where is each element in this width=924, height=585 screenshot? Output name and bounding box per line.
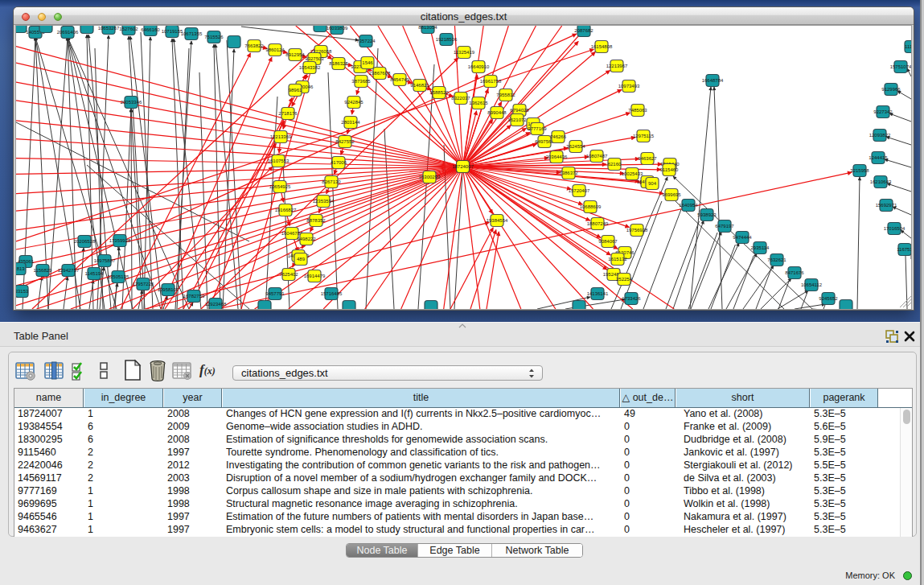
svg-text:17957225: 17957225 (133, 282, 154, 286)
svg-text:16648784: 16648784 (702, 78, 724, 83)
svg-text:9463627: 9463627 (638, 156, 657, 161)
svg-text:252254: 252254 (616, 277, 633, 282)
svg-text:1362615: 1362615 (469, 101, 488, 105)
svg-text:3215958: 3215958 (850, 168, 869, 173)
svg-text:17359928: 17359928 (109, 238, 131, 243)
svg-text:8878352: 8878352 (306, 218, 326, 223)
svg-text:16154808: 16154808 (591, 44, 613, 49)
svg-text:1733426: 1733426 (622, 296, 641, 301)
svg-text:10543382: 10543382 (299, 65, 321, 70)
svg-text:16210643: 16210643 (870, 179, 892, 184)
svg-text:2813: 2813 (16, 266, 25, 271)
svg-text:12923468: 12923468 (205, 302, 227, 307)
svg-text:16640910: 16640910 (468, 64, 490, 69)
svg-text:20053346: 20053346 (121, 100, 142, 105)
svg-text:7625402: 7625402 (279, 272, 298, 277)
svg-text:2087682: 2087682 (574, 28, 593, 33)
svg-text:9084067: 9084067 (598, 239, 618, 244)
svg-text:5938923: 5938923 (697, 212, 717, 217)
svg-text:9146821: 9146821 (410, 83, 429, 88)
svg-text:15751074: 15751074 (890, 64, 911, 69)
svg-text:3624554: 3624554 (566, 144, 585, 149)
svg-text:9245652: 9245652 (819, 296, 838, 301)
svg-text:19218506: 19218506 (436, 37, 458, 42)
svg-text:9457791: 9457791 (265, 291, 285, 296)
svg-text:10975887: 10975887 (94, 258, 116, 263)
svg-text:2803144: 2803144 (341, 120, 360, 125)
svg-text:8186328: 8186328 (329, 61, 348, 66)
svg-text:19756928: 19756928 (626, 228, 648, 233)
svg-text:7663822: 7663822 (244, 43, 264, 48)
svg-text:7632621: 7632621 (767, 257, 786, 262)
svg-text:116753: 116753 (897, 247, 911, 252)
svg-text:10958107: 10958107 (158, 287, 179, 292)
svg-text:3873685: 3873685 (351, 79, 371, 84)
svg-text:10671355: 10671355 (181, 31, 203, 36)
svg-text:8471676: 8471676 (785, 270, 804, 275)
svg-text:7515526: 7515526 (204, 35, 224, 39)
svg-text:1546: 1546 (362, 60, 373, 65)
svg-text:7386372: 7386372 (559, 171, 578, 175)
svg-text:11325419: 11325419 (454, 50, 475, 55)
svg-text:9777169: 9777169 (528, 126, 547, 131)
svg-text:98961: 98961 (289, 88, 302, 93)
svg-text:16033809: 16033809 (326, 26, 348, 31)
svg-text:7955812: 7955812 (496, 93, 515, 97)
svg-text:20691406: 20691406 (57, 30, 79, 35)
svg-text:16914479: 16914479 (304, 274, 326, 278)
svg-text:12942757: 12942757 (58, 268, 80, 273)
svg-text:10025433: 10025433 (622, 171, 643, 176)
svg-text:2935114: 2935114 (751, 245, 770, 250)
svg-text:1615132: 1615132 (608, 257, 627, 262)
svg-text:17016504: 17016504 (884, 226, 906, 231)
svg-text:10653267: 10653267 (98, 26, 120, 31)
svg-text:9242845: 9242845 (344, 100, 363, 105)
svg-text:489: 489 (297, 257, 306, 262)
svg-text:19384554: 19384554 (487, 218, 508, 223)
svg-text:9227342: 9227342 (873, 109, 893, 114)
svg-text:6794028: 6794028 (510, 108, 529, 113)
svg-text:7357224: 7357224 (356, 39, 376, 43)
svg-text:10973493: 10973493 (618, 84, 640, 89)
svg-text:25300293: 25300293 (419, 175, 441, 179)
svg-text:10654112: 10654112 (801, 282, 823, 287)
svg-text:417006: 417006 (331, 160, 347, 165)
svg-text:1145194: 1145194 (85, 271, 105, 276)
svg-text:2718176: 2718176 (278, 111, 298, 116)
svg-text:10807487: 10807487 (586, 154, 608, 159)
svg-text:18724007: 18724007 (452, 164, 474, 169)
svg-text:12213369: 12213369 (270, 134, 292, 139)
svg-text:18807249: 18807249 (587, 221, 609, 226)
svg-text:9860124: 9860124 (265, 47, 285, 52)
svg-text:12975115: 12975115 (633, 134, 655, 138)
svg-text:8454749: 8454749 (390, 77, 409, 82)
svg-text:12505135: 12505135 (108, 274, 129, 279)
svg-text:7485063: 7485063 (628, 108, 647, 113)
svg-text:10688609: 10688609 (580, 204, 602, 209)
svg-text:9498222: 9498222 (297, 237, 316, 241)
svg-text:14136141: 14136141 (587, 291, 609, 296)
svg-text:12353594: 12353594 (313, 199, 335, 204)
svg-text:8912954: 8912954 (285, 52, 305, 57)
svg-text:9699695: 9699695 (662, 192, 681, 197)
svg-text:12093822: 12093822 (869, 133, 891, 138)
svg-text:1244415: 1244415 (869, 155, 888, 160)
svg-text:8322037: 8322037 (451, 96, 470, 101)
svg-text:1640954: 1640954 (679, 203, 698, 208)
svg-text:19166827: 19166827 (275, 208, 297, 212)
svg-text:8427552: 8427552 (335, 139, 355, 144)
svg-text:16961758: 16961758 (480, 79, 502, 84)
svg-text:15692971: 15692971 (876, 203, 897, 208)
svg-text:6479197: 6479197 (715, 224, 734, 229)
svg-text:9115460: 9115460 (660, 167, 680, 172)
svg-text:16107553: 16107553 (268, 159, 290, 163)
svg-text:8267130: 8267130 (322, 179, 341, 184)
svg-text:9327503: 9327503 (305, 56, 324, 61)
svg-text:23867608: 23867608 (369, 71, 391, 76)
svg-text:1621072: 1621072 (507, 117, 527, 122)
svg-text:8990448: 8990448 (487, 110, 507, 115)
svg-text:1588520: 1588520 (429, 90, 449, 95)
svg-text:62160: 62160 (608, 162, 622, 167)
svg-text:10654925: 10654925 (269, 184, 291, 189)
svg-text:6466160: 6466160 (141, 27, 160, 32)
